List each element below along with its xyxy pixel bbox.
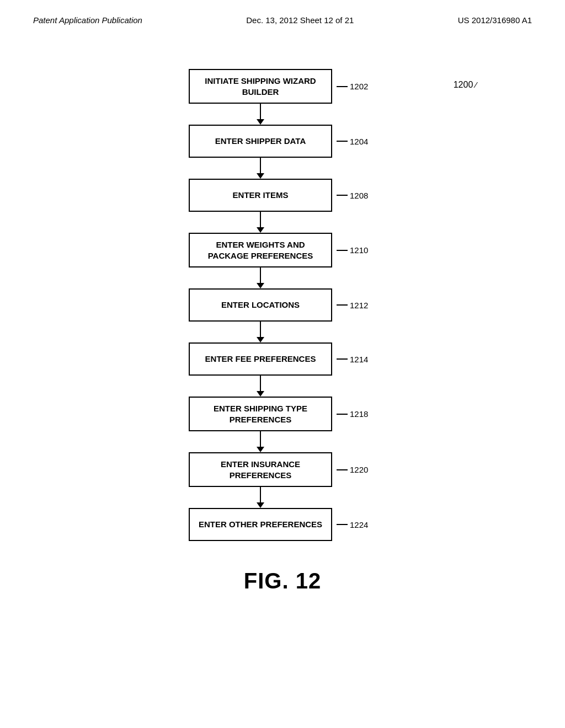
flow-box-1212: ENTER LOCATIONS — [189, 288, 332, 322]
header-right: US 2012/316980 A1 — [458, 15, 532, 25]
flowchart: INITIATE SHIPPING WIZARD BUILDER1202ENTE… — [189, 69, 332, 541]
diagram-reference: 1200 ∕ — [454, 80, 477, 90]
flow-box-1214: ENTER FEE PREFERENCES — [189, 342, 332, 376]
arrow-1214-to-next — [257, 376, 264, 397]
flow-label-1210: 1210 — [337, 245, 368, 255]
flow-label-1208: 1208 — [337, 191, 368, 200]
flow-item-1204: ENTER SHIPPER DATA1204 — [189, 125, 332, 158]
flow-box-1202: INITIATE SHIPPING WIZARD BUILDER — [189, 69, 332, 104]
flow-label-1218: 1218 — [337, 409, 368, 419]
arrow-1204-to-next — [257, 158, 264, 179]
header-left: Patent Application Publication — [33, 15, 142, 25]
flow-box-1208: ENTER ITEMS — [189, 179, 332, 212]
flow-label-1202: 1202 — [337, 82, 368, 91]
flow-label-1204: 1204 — [337, 137, 368, 146]
flow-item-1218: ENTER SHIPPING TYPE PREFERENCES1218 — [189, 397, 332, 431]
flow-label-1220: 1220 — [337, 465, 368, 474]
flow-item-1220: ENTER INSURANCE PREFERENCES1220 — [189, 452, 332, 487]
flow-label-1224: 1224 — [337, 520, 368, 529]
arrow-1212-to-next — [257, 322, 264, 342]
flow-item-1208: ENTER ITEMS1208 — [189, 179, 332, 212]
diagram-container: INITIATE SHIPPING WIZARD BUILDER1202ENTE… — [0, 25, 565, 541]
flow-item-1202: INITIATE SHIPPING WIZARD BUILDER1202 — [189, 69, 332, 104]
flow-box-1220: ENTER INSURANCE PREFERENCES — [189, 452, 332, 487]
arrow-1210-to-next — [257, 267, 264, 288]
flow-item-1214: ENTER FEE PREFERENCES1214 — [189, 342, 332, 376]
flow-label-1214: 1214 — [337, 355, 368, 364]
arrow-1208-to-next — [257, 212, 264, 233]
flow-item-1212: ENTER LOCATIONS1212 — [189, 288, 332, 322]
flow-item-1224: ENTER OTHER PREFERENCES1224 — [189, 508, 332, 541]
page-header: Patent Application Publication Dec. 13, … — [0, 0, 565, 25]
arrow-1202-to-next — [257, 104, 264, 125]
flow-box-1218: ENTER SHIPPING TYPE PREFERENCES — [189, 397, 332, 431]
arrow-1218-to-next — [257, 431, 264, 452]
header-center: Dec. 13, 2012 Sheet 12 of 21 — [246, 15, 354, 25]
flow-label-1212: 1212 — [337, 301, 368, 310]
figure-caption: FIG. 12 — [0, 569, 565, 593]
flow-item-1210: ENTER WEIGHTS AND PACKAGE PREFERENCES121… — [189, 233, 332, 267]
flow-box-1224: ENTER OTHER PREFERENCES — [189, 508, 332, 541]
flow-box-1204: ENTER SHIPPER DATA — [189, 125, 332, 158]
arrow-1220-to-next — [257, 487, 264, 508]
flow-box-1210: ENTER WEIGHTS AND PACKAGE PREFERENCES — [189, 233, 332, 267]
